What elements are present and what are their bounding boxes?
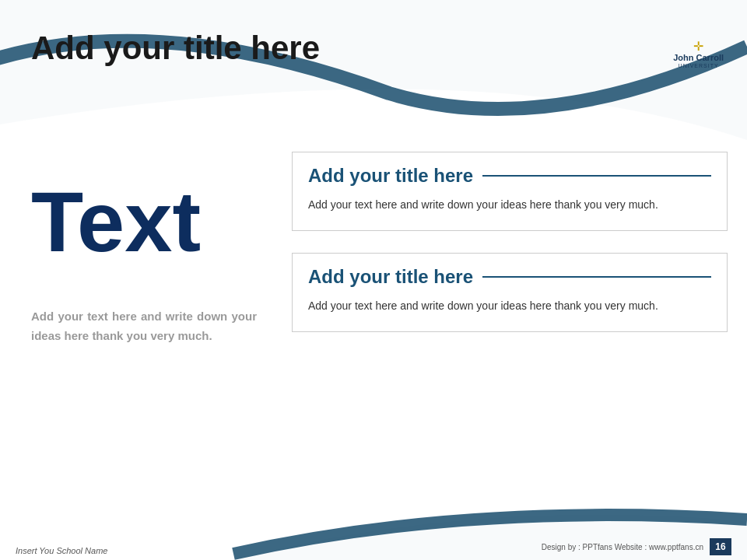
card-2-title: Add your title here [308,266,473,288]
main-title: Add your title here [31,30,320,67]
right-content-area: Add your title here Add your text here a… [292,152,728,332]
card-2-title-row: Add your title here [308,266,711,288]
logo-name: John Carroll [673,53,724,63]
top-decoration [0,0,747,140]
footer-right: Design by : PPTfans Website : www.pptfan… [542,538,731,555]
card-1-title-line [482,175,711,177]
logo-sub: UNIVERSITY [679,63,719,68]
card-1: Add your title here Add your text here a… [292,152,728,231]
card-1-title: Add your title here [308,165,473,187]
card-1-title-row: Add your title here [308,165,711,187]
logo: ✛ John Carroll UNIVERSITY [673,40,724,68]
card-2: Add your title here Add your text here a… [292,253,728,332]
card-2-title-line [482,276,711,278]
large-text-label: Text [31,179,201,264]
footer: Insert You School Name Design by : PPTfa… [0,529,747,560]
slide: Add your title here ✛ John Carroll UNIVE… [0,0,747,560]
left-body-text: Add your text here and write down your i… [31,307,257,346]
logo-cross-icon: ✛ [693,40,703,53]
card-2-body: Add your text here and write down your i… [308,297,711,316]
footer-page-number: 16 [710,538,731,555]
card-1-body: Add your text here and write down your i… [308,196,711,215]
footer-school-name: Insert You School Name [16,546,107,555]
footer-design-credit: Design by : PPTfans Website : www.pptfan… [542,543,703,551]
